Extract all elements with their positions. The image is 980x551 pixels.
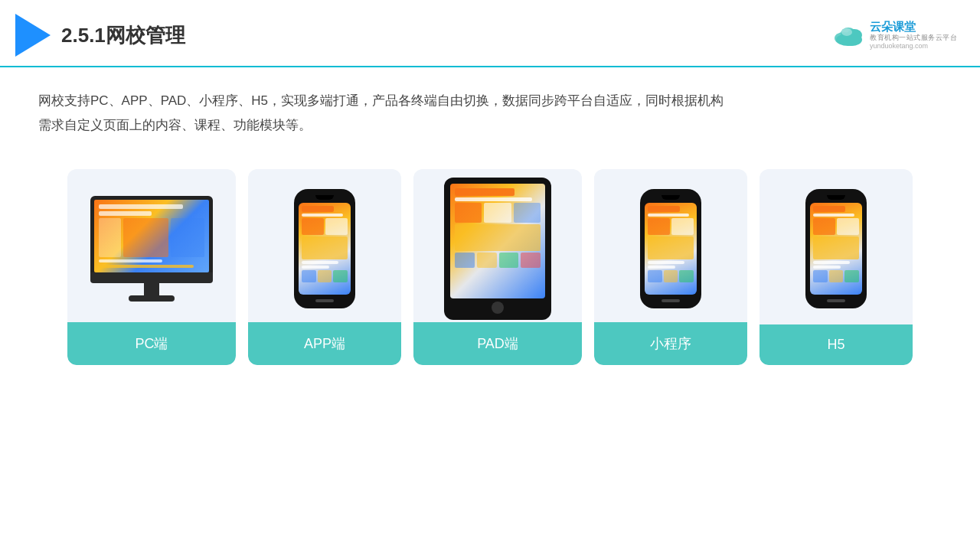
pc-image-area <box>67 169 236 322</box>
brand-name: 云朵课堂 <box>870 20 957 34</box>
card-app: APP端 <box>248 169 401 365</box>
label-app: APP端 <box>248 322 401 365</box>
description-line1: 网校支持PC、APP、PAD、小程序、H5，实现多端打通，产品各终端自由切换，数… <box>38 93 724 108</box>
pad-tablet <box>444 178 551 320</box>
svg-point-5 <box>841 28 852 36</box>
tablet-screen <box>450 184 545 298</box>
card-pad: PAD端 <box>413 169 582 365</box>
pad-image-area <box>413 169 582 322</box>
label-pc: PC端 <box>67 322 236 365</box>
pc-monitor <box>90 196 213 302</box>
header: 2.5.1网校管理 云朵课堂 教育机构一站式服务云平台 yunduoketang… <box>0 0 980 67</box>
header-right: 云朵课堂 教育机构一站式服务云平台 yunduoketang.com <box>831 20 957 51</box>
card-h5: H5 <box>760 169 913 365</box>
brand-subtitle: 教育机构一站式服务云平台 <box>870 34 957 42</box>
card-miniprogram: 小程序 <box>594 169 747 365</box>
app-image-area <box>248 169 401 322</box>
label-h5: H5 <box>760 324 913 365</box>
brand-url: yunduoketang.com <box>870 42 957 51</box>
play-triangle-icon <box>15 14 51 57</box>
app-phone <box>294 189 355 308</box>
label-pad: PAD端 <box>413 322 582 365</box>
h5-phone <box>805 189 867 308</box>
brand-logo: 云朵课堂 教育机构一站式服务云平台 yunduoketang.com <box>831 20 957 51</box>
label-mini: 小程序 <box>594 322 747 365</box>
monitor-screen <box>94 200 209 272</box>
cards-container: PC端 <box>0 146 980 380</box>
page-title: 2.5.1网校管理 <box>61 22 185 49</box>
brand-text: 云朵课堂 教育机构一站式服务云平台 yunduoketang.com <box>870 20 957 51</box>
h5-screen <box>810 203 862 295</box>
h5-image-area <box>760 169 913 322</box>
card-pc: PC端 <box>67 169 236 365</box>
mini-image-area <box>594 169 747 322</box>
header-left: 2.5.1网校管理 <box>15 14 185 57</box>
description: 网校支持PC、APP、PAD、小程序、H5，实现多端打通，产品各终端自由切换，数… <box>0 67 980 146</box>
phone-screen <box>299 203 351 295</box>
description-line2: 需求自定义页面上的内容、课程、功能模块等。 <box>38 118 312 132</box>
mini-screen <box>645 203 697 295</box>
cloud-icon <box>831 23 865 47</box>
mini-phone <box>640 189 701 308</box>
